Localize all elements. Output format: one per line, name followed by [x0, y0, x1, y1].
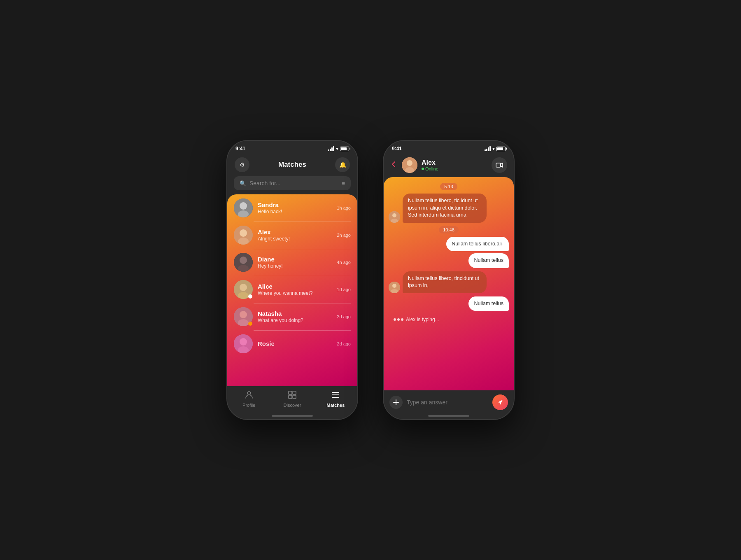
matches-phone: 9:41 ▾ ⚙ Matches 🔔	[226, 140, 358, 420]
avatar-wrap-natasha	[234, 307, 253, 326]
back-button[interactable]	[390, 161, 398, 170]
svg-point-10	[240, 284, 247, 291]
svg-rect-19	[289, 391, 292, 394]
nav-matches[interactable]: Matches	[314, 390, 357, 408]
status-icons-right: ▾	[485, 146, 506, 152]
chat-time-rosie: 2d ago	[337, 341, 351, 346]
chat-preview-alice: Where you wanna meet?	[258, 290, 332, 296]
chat-phone: 9:41 ▾	[383, 140, 515, 420]
chat-item-alex[interactable]: Alex Alright sweety! 2h ago	[227, 222, 357, 249]
wifi-icon: ▾	[336, 146, 338, 152]
signal-icon	[328, 146, 334, 151]
profile-icon	[245, 390, 254, 401]
chat-item-sandra[interactable]: Sandra Hello back! 1h ago	[227, 194, 357, 222]
chat-time-alice: 1d ago	[337, 287, 351, 292]
bubble-sent-3: Nullam tellus	[468, 296, 509, 311]
typing-dot-1	[394, 318, 396, 321]
chat-name-rosie: Rosie	[258, 340, 332, 347]
chat-item-rosie[interactable]: Rosie 2d ago	[227, 330, 357, 357]
nav-profile[interactable]: Profile	[227, 390, 270, 408]
bubble-received-1: Nullam tellus libero, tic idunt ut ipsum…	[403, 194, 487, 223]
svg-rect-26	[496, 163, 501, 167]
video-call-button[interactable]	[492, 157, 507, 173]
chat-info-rosie: Rosie	[258, 340, 332, 348]
chat-header-name: Alex	[422, 159, 487, 166]
avatar-wrap-sandra	[234, 198, 253, 217]
chat-name-alex: Alex	[258, 229, 332, 236]
chat-item-diane[interactable]: Diane Hey honey! 4h ago	[227, 249, 357, 276]
avatar-sandra	[234, 198, 253, 217]
chat-name-diane: Diane	[258, 256, 332, 263]
chat-header-status: Online	[422, 166, 487, 171]
unread-dot-alice	[248, 294, 252, 299]
search-bar[interactable]: 🔍 Search for... ≡	[234, 176, 351, 190]
notifications-button[interactable]: 🔔	[335, 157, 350, 172]
bottom-nav: Profile Discover	[227, 386, 357, 416]
chat-name-alice: Alice	[258, 283, 332, 290]
message-input[interactable]	[407, 399, 488, 406]
chat-messages: 5:13 Nullam tellus libero, tic idunt ut …	[384, 177, 514, 390]
svg-point-31	[392, 284, 396, 288]
online-status-text: Online	[425, 166, 438, 171]
typing-dot-2	[397, 318, 400, 321]
online-status-dot	[422, 168, 424, 170]
unread-dot-natasha	[248, 322, 252, 326]
matches-header: ⚙ Matches 🔔	[227, 154, 357, 176]
signal-icon-right	[485, 146, 491, 151]
svg-point-7	[240, 257, 247, 264]
msg-row-received-1: Nullam tellus libero, tic idunt ut ipsum…	[389, 194, 509, 223]
wifi-icon-right: ▾	[492, 146, 495, 152]
chat-time-diane: 4h ago	[337, 260, 351, 265]
bell-icon: 🔔	[339, 161, 346, 168]
chat-name-sandra: Sandra	[258, 201, 332, 208]
chat-preview-diane: Hey honey!	[258, 263, 332, 269]
chat-name-natasha: Natasha	[258, 310, 332, 317]
chat-header-avatar	[402, 157, 417, 173]
chat-header: Alex Online	[384, 154, 514, 177]
bubble-sent-1: Nullam tellus libero,ali-	[446, 237, 509, 252]
page-title: Matches	[278, 161, 306, 169]
send-button[interactable]	[492, 394, 508, 410]
avatar-rosie	[234, 334, 253, 353]
search-icon: 🔍	[240, 180, 246, 187]
nav-discover[interactable]: Discover	[270, 390, 314, 408]
chat-item-alice[interactable]: Alice Where you wanna meet? 1d ago	[227, 276, 357, 303]
time-left: 9:41	[235, 146, 245, 152]
svg-rect-20	[293, 391, 296, 394]
chat-list: Sandra Hello back! 1h ago Alex Alright s…	[227, 194, 357, 386]
chat-info-sandra: Sandra Hello back!	[258, 201, 332, 215]
msg-group-sent-2: Nullam tellus	[389, 296, 509, 311]
chat-time-sandra: 1h ago	[337, 205, 351, 210]
home-indicator-right	[384, 416, 514, 419]
bubble-received-2: Nullam tellus libero, tincidunt ut ipsum…	[403, 271, 487, 293]
svg-point-28	[392, 213, 396, 217]
typing-text: Alex is typing...	[406, 317, 439, 322]
status-bar-left: 9:41 ▾	[227, 141, 357, 154]
avatar-wrap-diane	[234, 253, 253, 272]
typing-dots	[394, 318, 403, 321]
add-attachment-button[interactable]	[389, 396, 403, 409]
status-icons-left: ▾	[328, 146, 349, 152]
chat-time-alex: 2h ago	[337, 233, 351, 238]
status-bar-right: 9:41 ▾	[384, 141, 514, 154]
avatar-wrap-rosie	[234, 334, 253, 353]
chat-item-natasha[interactable]: Natasha What are you doing? 2d ago	[227, 303, 357, 330]
avatar-wrap-alex	[234, 226, 253, 245]
chat-info-alice: Alice Where you wanna meet?	[258, 283, 332, 296]
matches-icon	[331, 390, 340, 401]
discover-icon	[288, 390, 297, 401]
input-bar	[384, 390, 514, 416]
typing-indicator: Alex is typing...	[389, 314, 509, 325]
nav-profile-label: Profile	[242, 403, 255, 408]
typing-dot-3	[401, 318, 403, 321]
nav-discover-label: Discover	[284, 403, 301, 408]
filter-icon[interactable]: ≡	[342, 180, 345, 187]
time-badge-1: 5:13	[440, 183, 457, 190]
settings-button[interactable]: ⚙	[235, 157, 249, 172]
svg-point-1	[240, 202, 247, 210]
battery-icon-right	[496, 147, 506, 151]
svg-point-16	[240, 338, 247, 345]
svg-rect-22	[293, 395, 296, 399]
svg-point-18	[247, 392, 251, 395]
chat-preview-alex: Alright sweety!	[258, 236, 332, 242]
